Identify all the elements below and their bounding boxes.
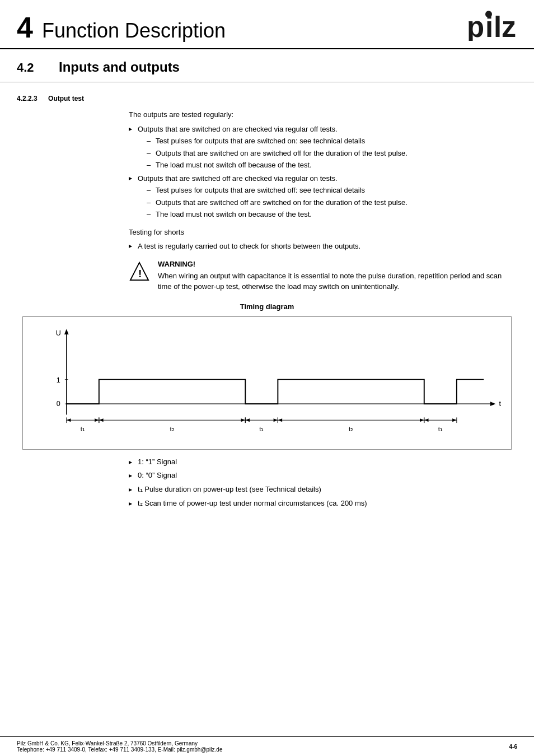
svg-text:p: p bbox=[467, 11, 484, 41]
svg-marker-20 bbox=[67, 418, 71, 422]
list-item: Outputs that are switched on are switche… bbox=[147, 148, 517, 159]
svg-text:t₂: t₂ bbox=[349, 424, 353, 432]
list-item: Outputs that are switched off are checke… bbox=[129, 173, 517, 220]
pilz-logo: p i l z bbox=[467, 10, 517, 41]
section-title: Inputs and outputs bbox=[59, 59, 180, 75]
page-header: 4 Function Description p i l z bbox=[0, 0, 534, 49]
svg-marker-26 bbox=[99, 418, 104, 422]
svg-text:l: l bbox=[494, 11, 502, 41]
list-item: A test is regularly carried out to check… bbox=[129, 241, 517, 252]
timing-title: Timing diagram bbox=[17, 302, 517, 311]
section-heading: 4.2 Inputs and outputs bbox=[0, 49, 534, 82]
bullet-list-on: Outputs that are switched on are checked… bbox=[129, 124, 517, 220]
svg-marker-33 bbox=[274, 418, 278, 422]
svg-marker-8 bbox=[64, 329, 69, 334]
svg-marker-27 bbox=[241, 418, 246, 422]
list-item: The load must not switch on because of t… bbox=[147, 209, 517, 220]
svg-text:t₂: t₂ bbox=[170, 424, 174, 432]
warning-content: WARNING! When wiring an output with capa… bbox=[158, 260, 517, 292]
warning-icon: ! bbox=[129, 261, 150, 282]
svg-text:t₁: t₁ bbox=[81, 424, 85, 432]
legend-item-1: 1: “1” Signal bbox=[129, 456, 517, 468]
page-footer: Pilz GmbH & Co. KG, Felix-Wankel-Straße … bbox=[0, 736, 534, 756]
svg-marker-21 bbox=[95, 418, 99, 422]
svg-marker-38 bbox=[278, 418, 282, 422]
legend-item-4: t₂ Scan time of power-up test under norm… bbox=[129, 498, 517, 510]
shorts-list: A test is regularly carried out to check… bbox=[129, 241, 517, 252]
legend-item-3: t₁ Pulse duration on power-up test (see … bbox=[129, 484, 517, 496]
svg-text:t₁: t₁ bbox=[259, 424, 264, 432]
subsection-label: 4.2.2.3 Output test bbox=[17, 95, 517, 102]
svg-text:!: ! bbox=[138, 268, 142, 279]
shorts-text: Testing for shorts bbox=[129, 227, 517, 238]
chapter-number: 4 bbox=[17, 13, 33, 42]
chapter-title: Function Description bbox=[42, 10, 226, 43]
warning-box: ! WARNING! When wiring an output with ca… bbox=[129, 260, 517, 292]
sub-bullet-list-2: Test pulses for outputs that are switche… bbox=[147, 185, 517, 220]
svg-marker-32 bbox=[245, 418, 250, 422]
list-item: Test pulses for outputs that are switche… bbox=[147, 185, 517, 196]
svg-text:U: U bbox=[56, 329, 61, 337]
svg-text:0: 0 bbox=[57, 400, 60, 408]
list-item: Outputs that are switched on are checked… bbox=[129, 124, 517, 171]
svg-text:t: t bbox=[499, 400, 501, 408]
svg-marker-44 bbox=[424, 418, 429, 422]
svg-text:z: z bbox=[502, 11, 516, 41]
svg-marker-39 bbox=[420, 418, 424, 422]
footer-page: 4-6 bbox=[509, 744, 517, 750]
warning-title: WARNING! bbox=[158, 260, 517, 268]
section-number: 4.2 bbox=[17, 60, 48, 75]
footer-info: Pilz GmbH & Co. KG, Felix-Wankel-Straße … bbox=[17, 740, 222, 753]
svg-text:1: 1 bbox=[57, 376, 60, 384]
svg-text:i: i bbox=[485, 11, 493, 41]
list-item: Test pulses for outputs that are switche… bbox=[147, 136, 517, 147]
svg-marker-45 bbox=[452, 418, 457, 422]
legend-item-2: 0: “0” Signal bbox=[129, 470, 517, 482]
sub-bullet-list-1: Test pulses for outputs that are switche… bbox=[147, 136, 517, 171]
content-area: 4.2.2.3 Output test The outputs are test… bbox=[0, 95, 534, 523]
intro-text: The outputs are tested regularly: bbox=[129, 109, 517, 120]
header-left: 4 Function Description bbox=[17, 10, 226, 43]
footer-contact: Telephone: +49 711 3409-0, Telefax: +49 … bbox=[17, 746, 222, 753]
list-item: The load must not switch off because of … bbox=[147, 160, 517, 171]
svg-marker-10 bbox=[490, 402, 496, 406]
list-item: Outputs that are switched off are switch… bbox=[147, 197, 517, 208]
timing-diagram: U 1 0 t |<-t1->|<-t1->|<--------t2------… bbox=[22, 316, 512, 450]
legend-list: 1: “1” Signal 0: “0” Signal t₁ Pulse dur… bbox=[129, 456, 517, 510]
warning-text: When wiring an output with capacitance i… bbox=[158, 270, 517, 292]
footer-address: Pilz GmbH & Co. KG, Felix-Wankel-Straße … bbox=[17, 740, 222, 746]
svg-text:t₁: t₁ bbox=[438, 424, 443, 432]
timing-svg: U 1 0 t |<-t1->|<-t1->|<--------t2------… bbox=[29, 323, 505, 442]
